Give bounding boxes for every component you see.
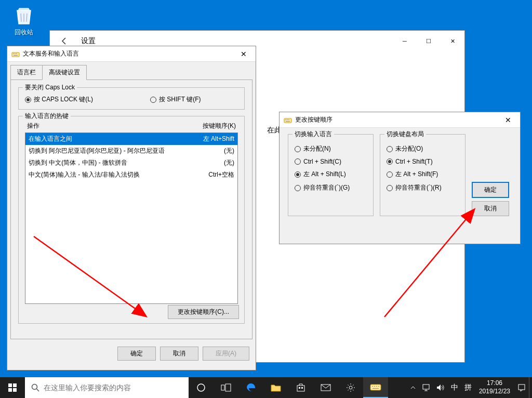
svg-rect-6 (285, 120, 286, 120)
settings-title: 设置 (81, 36, 96, 46)
clock-time: 17:06 (479, 379, 510, 388)
change-sequence-button[interactable]: 更改按键顺序(C)... (168, 305, 239, 319)
mail-icon[interactable] (313, 377, 338, 398)
close-icon[interactable]: ✕ (500, 115, 516, 125)
task-view-icon[interactable] (214, 377, 238, 398)
radio-layout-grave[interactable]: 抑音符重音(`)(R) (387, 183, 459, 192)
keyboard-app-icon[interactable] (363, 377, 388, 398)
maximize-button[interactable]: ☐ (417, 33, 441, 49)
tray-chevron-icon[interactable] (407, 377, 419, 398)
svg-rect-29 (376, 386, 377, 387)
caps-lock-fieldset: 要关闭 Caps Lock 按 CAPS LOCK 键(L) 按 SHIFT 键… (18, 87, 245, 110)
svg-rect-7 (287, 120, 288, 120)
clock-date: 2019/12/23 (479, 388, 510, 396)
minimize-button[interactable]: ─ (393, 33, 417, 49)
hotkey-row[interactable]: 在输入语言之间左 Alt+Shift (25, 133, 237, 145)
text-services-dialog: 文本服务和输入语言 ✕ 语言栏 高级键设置 要关闭 Caps Lock 按 CA… (7, 46, 256, 370)
svg-rect-12 (8, 383, 12, 387)
file-explorer-icon[interactable] (263, 377, 288, 398)
recycle-bin-label: 回收站 (8, 28, 39, 37)
hotkey-row[interactable]: 切换到 阿尔巴尼亚语(阿尔巴尼亚) - 阿尔巴尼亚语(无) (25, 145, 237, 157)
volume-icon[interactable] (433, 377, 448, 398)
radio-caps-lock[interactable]: 按 CAPS LOCK 键(L) (25, 95, 93, 104)
show-desktop-button[interactable] (529, 377, 532, 398)
search-input[interactable] (44, 383, 182, 392)
edge-icon[interactable] (238, 377, 263, 398)
radio-caps-label: 按 CAPS LOCK 键(L) (34, 95, 93, 104)
svg-rect-14 (8, 388, 12, 392)
col-keyseq-header: 按键顺序(K) (203, 122, 236, 130)
svg-rect-22 (299, 387, 300, 389)
hotkey-list[interactable]: 在输入语言之间左 Alt+Shift切换到 阿尔巴尼亚语(阿尔巴尼亚) - 阿尔… (25, 132, 238, 304)
svg-rect-26 (370, 384, 381, 390)
radio-layout-alt-shift[interactable]: 左 Alt + Shift(F) (387, 170, 459, 179)
ime-language[interactable]: 中 (448, 377, 461, 398)
search-box[interactable] (25, 377, 189, 398)
svg-rect-32 (423, 384, 429, 389)
svg-rect-5 (284, 118, 291, 123)
close-button[interactable]: ✕ (441, 33, 464, 49)
svg-rect-35 (518, 384, 525, 390)
keyboard-icon (284, 116, 292, 124)
svg-rect-13 (13, 383, 17, 387)
svg-rect-20 (225, 384, 231, 391)
svg-rect-23 (301, 387, 303, 389)
svg-line-17 (37, 389, 39, 392)
close-icon[interactable]: ✕ (236, 49, 251, 59)
hotkey-keyseq: (无) (224, 158, 234, 167)
ime-mode[interactable]: 拼 (461, 377, 475, 398)
hotkey-header: 操作 按键顺序(K) (25, 122, 238, 130)
layout-group-title: 切换键盘布局 (384, 130, 426, 139)
radio-input-unassigned[interactable]: 未分配(N) (295, 144, 367, 153)
radio-layout-unassigned[interactable]: 未分配(O) (387, 144, 459, 153)
hotkey-action: 切换到 阿尔巴尼亚语(阿尔巴尼亚) - 阿尔巴尼亚语 (29, 147, 224, 155)
hotkey-row[interactable]: 切换到 中文(简体，中国) - 微软拼音(无) (25, 157, 237, 169)
hotkey-action: 中文(简体)输入法 - 输入法/非输入法切换 (29, 170, 208, 179)
svg-rect-21 (297, 386, 304, 391)
hotkey-keyseq: 左 Alt+Shift (203, 135, 234, 143)
radio-input-grave[interactable]: 抑音符重音(`)(G) (295, 183, 367, 192)
col-action-header: 操作 (27, 122, 203, 130)
radio-icon (387, 158, 393, 165)
radio-layout-ctrl-shift[interactable]: Ctrl + Shift(T) (387, 158, 459, 165)
hotkey-keyseq: Ctrl+空格 (208, 170, 234, 179)
cancel-button[interactable]: 取消 (160, 347, 198, 361)
settings-icon[interactable] (338, 377, 363, 398)
radio-shift-label: 按 SHIFT 键(F) (159, 95, 201, 104)
svg-rect-19 (221, 385, 224, 390)
radio-shift[interactable]: 按 SHIFT 键(F) (150, 95, 201, 104)
change-seq-content: 切换输入语言 未分配(N) Ctrl + Shift(C) 左 Alt + Sh… (280, 128, 520, 222)
radio-icon (387, 185, 393, 191)
hotkey-keyseq: (无) (224, 147, 234, 155)
ok-button[interactable]: 确定 (117, 347, 156, 361)
text-services-buttons: 确定 取消 应用(A) (7, 342, 256, 365)
input-language-group: 切换输入语言 未分配(N) Ctrl + Shift(C) 左 Alt + Sh… (288, 134, 374, 216)
start-button[interactable] (0, 377, 25, 398)
radio-input-ctrl-shift[interactable]: Ctrl + Shift(C) (295, 158, 367, 165)
input-group-title: 切换输入语言 (292, 130, 334, 139)
hotkey-row[interactable]: 中文(简体)输入法 - 输入法/非输入法切换Ctrl+空格 (25, 169, 237, 181)
change-key-sequence-dialog: 更改按键顺序 ✕ 切换输入语言 未分配(N) Ctrl + Shift(C) 左… (279, 112, 521, 244)
svg-rect-15 (13, 388, 17, 392)
network-icon[interactable] (419, 377, 433, 398)
change-seq-title: 更改按键顺序 (295, 115, 500, 124)
tab-advanced-keys[interactable]: 高级键设置 (42, 65, 87, 80)
cortana-icon[interactable] (189, 377, 214, 398)
keyboard-icon (11, 50, 20, 58)
ok-button[interactable]: 确定 (472, 182, 509, 198)
recycle-bin-icon[interactable]: 回收站 (8, 4, 39, 37)
radio-input-alt-shift[interactable]: 左 Alt + Shift(L) (295, 170, 367, 179)
svg-rect-4 (14, 55, 18, 56)
search-icon (31, 383, 39, 392)
store-icon[interactable] (288, 377, 313, 398)
cancel-button[interactable]: 取消 (472, 201, 509, 216)
radio-icon (150, 97, 156, 103)
clock[interactable]: 17:06 2019/12/23 (475, 379, 514, 395)
text-services-titlebar: 文本服务和输入语言 ✕ (7, 46, 256, 62)
tab-language-bar[interactable]: 语言栏 (10, 65, 43, 80)
text-services-title: 文本服务和输入语言 (23, 49, 236, 58)
apply-button[interactable]: 应用(A) (203, 347, 249, 361)
svg-point-18 (197, 384, 205, 391)
action-center-icon[interactable] (514, 377, 529, 398)
tabs: 语言栏 高级键设置 (7, 62, 256, 80)
